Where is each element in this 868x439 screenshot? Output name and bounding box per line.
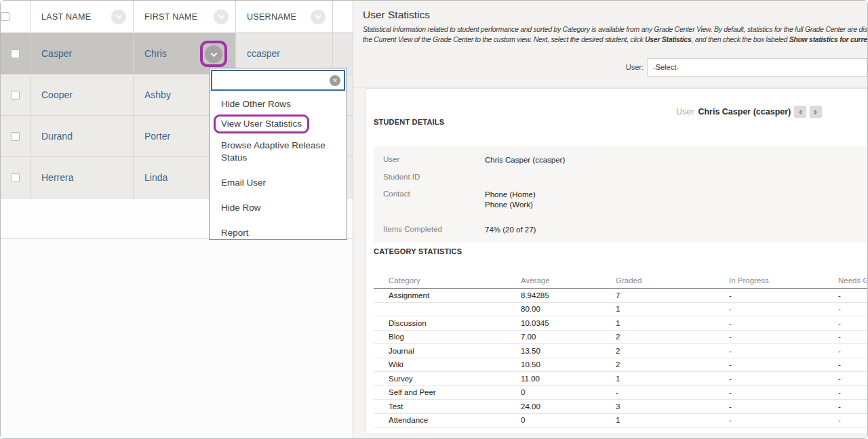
stats-cell-needs-grading: -	[838, 333, 867, 341]
last-name-cell: Durand	[31, 116, 134, 156]
stats-cell-needs-grading: -	[838, 347, 867, 355]
row-checkbox[interactable]	[11, 91, 20, 100]
column-header-username[interactable]: USERNAME	[236, 1, 333, 33]
stats-cell-category: Test	[374, 402, 521, 411]
last-name-cell: Casper	[31, 33, 134, 74]
detail-label: Student ID	[383, 173, 485, 181]
stats-table-row: 80.00 1 - -	[374, 303, 867, 317]
menu-search: ✕	[211, 70, 345, 91]
stats-cell-average: 0	[521, 416, 616, 424]
user-navigation: User Chris Casper (ccasper)	[676, 106, 822, 118]
stats-cell-average: 8.94285	[521, 291, 616, 299]
row-checkbox-cell	[1, 33, 31, 74]
category-statistics-heading: CATEGORY STATISTICS	[374, 247, 462, 255]
select-all-cell	[1, 1, 31, 33]
stats-col-category: Category	[374, 276, 521, 285]
menu-item-email-user[interactable]: Email User	[221, 177, 340, 188]
row-checkbox[interactable]	[11, 49, 20, 58]
detail-value: 74% (20 of 27)	[485, 225, 536, 235]
screenshot-root: LAST NAME FIRST NAME USERNAME	[0, 0, 868, 439]
clear-search-icon[interactable]: ✕	[330, 75, 340, 86]
stats-cell-needs-grading: -	[838, 388, 867, 396]
stats-cell-graded: 2	[616, 333, 729, 341]
previous-user-button[interactable]	[794, 106, 806, 118]
chevron-down-icon[interactable]	[311, 9, 326, 24]
divider	[353, 87, 867, 87]
menu-item-report[interactable]: Report	[221, 227, 340, 238]
grade-center-panel: LAST NAME FIRST NAME USERNAME	[1, 1, 353, 438]
stats-cell-category: Wiki	[374, 360, 521, 369]
stats-table-header: Category Average Graded In Progress Need…	[374, 269, 867, 289]
user-nav-current-user: Chris Casper (ccasper)	[698, 107, 791, 117]
chevron-down-icon[interactable]	[111, 9, 126, 24]
row-context-menu: ✕ Hide Other Rows View User Statistics B…	[209, 68, 347, 240]
stats-cell-in-progress: -	[729, 347, 838, 355]
menu-item-view-user-statistics[interactable]: View User Statistics	[221, 118, 302, 129]
stats-col-in-progress: In Progress	[729, 276, 838, 285]
detail-label: Items Completed	[383, 225, 485, 233]
menu-item-hide-row[interactable]: Hide Row	[221, 202, 340, 213]
stats-cell-category: Assignment	[374, 291, 521, 299]
stats-table-row: Journal 13.50 2 - -	[374, 344, 867, 358]
stats-cell-needs-grading: -	[838, 360, 867, 369]
stats-cell-graded: -	[616, 388, 729, 396]
stats-cell-needs-grading: -	[838, 375, 867, 383]
stats-cell-needs-grading: -	[838, 402, 867, 411]
menu-search-input[interactable]	[211, 70, 345, 91]
stats-cell-graded: 2	[616, 360, 729, 369]
row-checkbox-cell	[1, 157, 31, 198]
stats-cell-in-progress: -	[729, 388, 838, 396]
stats-cell-category: Blog	[374, 333, 521, 341]
stats-cell-category: Discussion	[374, 319, 521, 327]
row-checkbox[interactable]	[11, 173, 20, 182]
stats-cell-in-progress: -	[729, 416, 838, 424]
stats-table-row: Self and Peer 0 - - -	[374, 386, 867, 400]
stats-table-row: Test 24.00 3 - -	[374, 400, 867, 414]
first-name-text: Ashby	[144, 89, 171, 100]
stats-cell-needs-grading: -	[838, 319, 867, 327]
column-header-label: USERNAME	[247, 12, 296, 22]
detail-row-student-id: Student ID	[383, 173, 862, 181]
stats-cell-in-progress: -	[729, 305, 838, 313]
annotation-circle-button	[200, 41, 227, 67]
stats-cell-needs-grading: -	[838, 291, 867, 299]
last-name-text: Casper	[41, 48, 72, 59]
detail-label: Contact	[383, 190, 485, 198]
stats-cell-average: 24.00	[521, 402, 616, 411]
description-line-1: Statistical information related to stude…	[363, 24, 867, 35]
chevron-down-icon[interactable]	[214, 9, 229, 24]
column-header-first-name[interactable]: FIRST NAME	[134, 1, 236, 33]
select-all-checkbox[interactable]	[1, 12, 9, 21]
user-nav-label: User	[676, 107, 694, 117]
stats-col-graded: Graded	[616, 276, 729, 285]
table-header-row: LAST NAME FIRST NAME USERNAME	[1, 1, 353, 33]
page-title: User Statistics	[363, 9, 430, 21]
stats-cell-graded: 7	[616, 291, 729, 299]
stats-cell-needs-grading: -	[838, 416, 867, 424]
student-details-box: UserChris Casper (ccasper) Student ID Co…	[374, 146, 867, 243]
column-header-partial	[333, 1, 353, 33]
menu-items: Hide Other Rows View User Statistics Bro…	[210, 92, 347, 238]
menu-item-hide-other-rows[interactable]: Hide Other Rows	[221, 98, 340, 110]
stats-cell-graded: 1	[616, 416, 729, 424]
stats-cell-in-progress: -	[729, 319, 838, 327]
user-statistics-card: User Chris Casper (ccasper) STUDENT DETA…	[366, 88, 867, 434]
row-checkbox-cell	[1, 116, 31, 156]
user-select-dropdown[interactable]: -Select-	[647, 58, 867, 77]
stats-table-row: Survey 11.00 1 - -	[374, 372, 867, 386]
next-user-button[interactable]	[810, 106, 822, 118]
stats-table-row: Wiki 10.50 2 - -	[374, 358, 867, 373]
stats-cell-graded: 1	[616, 305, 729, 313]
stats-table-row: Blog 7.00 2 - -	[374, 331, 867, 345]
stats-cell-in-progress: -	[729, 333, 838, 341]
row-checkbox[interactable]	[11, 132, 20, 141]
stats-cell-in-progress: -	[729, 375, 838, 383]
column-header-label: LAST NAME	[41, 12, 91, 22]
stats-cell-category: Self and Peer	[374, 388, 521, 396]
detail-row-items-completed: Items Completed74% (20 of 27)	[383, 225, 862, 235]
annotation-circle-menu-item: View User Statistics	[214, 114, 309, 133]
menu-item-browse-adaptive-release-status[interactable]: Browse Adaptive Release Status	[221, 140, 340, 164]
column-header-last-name[interactable]: LAST NAME	[31, 1, 134, 33]
detail-value: Phone (Home) Phone (Work)	[485, 190, 536, 210]
stats-cell-in-progress: -	[729, 402, 838, 411]
